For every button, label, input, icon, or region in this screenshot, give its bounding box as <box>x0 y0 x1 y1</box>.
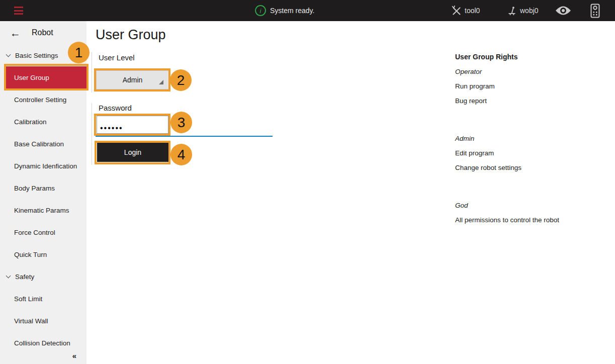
nav-item-label: Calibration <box>14 118 47 126</box>
menu-button[interactable] <box>14 7 23 15</box>
system-status: i System ready. <box>255 0 314 21</box>
section-basic-settings[interactable]: Basic Settings <box>0 44 86 66</box>
sidebar-item-soft-limit[interactable]: Soft Limit <box>0 288 86 310</box>
chevron-down-icon <box>6 273 11 278</box>
sidebar-item-body-params[interactable]: Body Params <box>0 177 86 199</box>
nav-item-label: Base Calibration <box>14 140 64 148</box>
nav-item-label: User Group <box>14 74 49 81</box>
info-icon: i <box>255 5 266 16</box>
rights-title: User Group Rights <box>455 50 606 64</box>
group-divider <box>92 103 92 165</box>
wobj-joystick-icon <box>507 5 517 16</box>
permission-item: Change robot settings <box>455 160 606 175</box>
menu-icon <box>14 10 23 12</box>
annotation-step-4: 4 <box>170 144 192 165</box>
field-focus-underline <box>96 136 273 137</box>
group-divider <box>92 52 92 93</box>
nav-item-label: Soft Limit <box>14 295 42 303</box>
wobj-selector[interactable]: wobj0 <box>507 0 539 21</box>
sidebar-item-base-calibration[interactable]: Base Calibration <box>0 133 86 155</box>
user-group-rights-panel: User Group Rights Operator Run program B… <box>455 50 606 227</box>
tool-label: tool0 <box>465 7 480 15</box>
password-label: Password <box>99 104 132 112</box>
sidebar: ← Robot Basic Settings User Group Contro… <box>0 21 86 364</box>
user-level-dropdown[interactable]: Admin <box>96 70 169 89</box>
pendant-button[interactable] <box>590 0 600 21</box>
annotation-step-2: 2 <box>170 69 192 91</box>
tool-wrench-icon <box>451 6 462 16</box>
nav-item-label: Force Control <box>14 229 55 236</box>
page-title: User Group <box>96 27 166 43</box>
annotation-step-3: 3 <box>170 112 192 133</box>
pendant-icon <box>590 4 600 18</box>
role-admin: Admin <box>455 131 606 146</box>
menu-icon <box>14 7 23 8</box>
robot-settings-screen: i System ready. tool0 wobj0 <box>0 0 615 364</box>
nav-item-label: Body Params <box>14 185 55 192</box>
sidebar-item-user-group[interactable]: User Group <box>6 66 86 88</box>
nav-item-label: Kinematic Params <box>14 207 69 214</box>
section-safety[interactable]: Safety <box>0 265 86 288</box>
sidebar-item-calibration[interactable]: Calibration <box>0 111 86 133</box>
topbar: i System ready. tool0 wobj0 <box>0 0 615 21</box>
tool-selector[interactable]: tool0 <box>451 0 480 21</box>
eye-icon <box>555 6 571 16</box>
permission-item: Edit program <box>455 146 606 160</box>
wobj-label: wobj0 <box>520 7 539 15</box>
nav-item-label: Dynamic Idenfication <box>14 162 77 170</box>
section-label: Basic Settings <box>15 52 58 59</box>
login-button[interactable]: Login <box>97 143 168 162</box>
collapse-sidebar-button[interactable]: « <box>72 351 76 360</box>
status-text: System ready. <box>270 7 314 15</box>
sidebar-item-kinematic-params[interactable]: Kinematic Params <box>0 199 86 221</box>
section-label: Safety <box>15 273 34 281</box>
chevron-down-icon <box>6 52 11 57</box>
nav-item-label: Quick Turn <box>14 251 47 258</box>
role-operator: Operator <box>455 64 606 79</box>
permission-item: Run program <box>455 79 606 94</box>
user-level-label: User Level <box>99 53 135 62</box>
back-button[interactable]: ← <box>10 28 21 38</box>
sidebar-item-collision-detection[interactable]: Collision Detection <box>0 332 86 354</box>
sidebar-item-controller-setting[interactable]: Controller Setting <box>0 88 86 111</box>
sidebar-header: ← Robot <box>0 21 86 44</box>
sidebar-nav: Basic Settings User Group Controller Set… <box>0 44 86 354</box>
permission-item: All permissions to control the robot <box>455 213 606 227</box>
monitor-button[interactable] <box>555 0 571 21</box>
sidebar-item-dynamic-idenfication[interactable]: Dynamic Idenfication <box>0 155 86 177</box>
role-god: God <box>455 198 606 213</box>
sidebar-item-virtual-wall[interactable]: Virtual Wall <box>0 310 86 332</box>
user-level-value: Admin <box>123 76 143 84</box>
sidebar-title: Robot <box>32 28 53 37</box>
sidebar-item-force-control[interactable]: Force Control <box>0 221 86 243</box>
dropdown-grip-icon <box>159 80 163 84</box>
sidebar-item-quick-turn[interactable]: Quick Turn <box>0 243 86 265</box>
menu-icon <box>14 13 23 15</box>
permission-item: Bug report <box>455 94 606 108</box>
nav-item-label: Controller Setting <box>14 96 66 104</box>
nav-item-label: Virtual Wall <box>14 317 48 325</box>
password-input[interactable] <box>97 116 168 134</box>
nav-item-label: Collision Detection <box>14 339 70 347</box>
